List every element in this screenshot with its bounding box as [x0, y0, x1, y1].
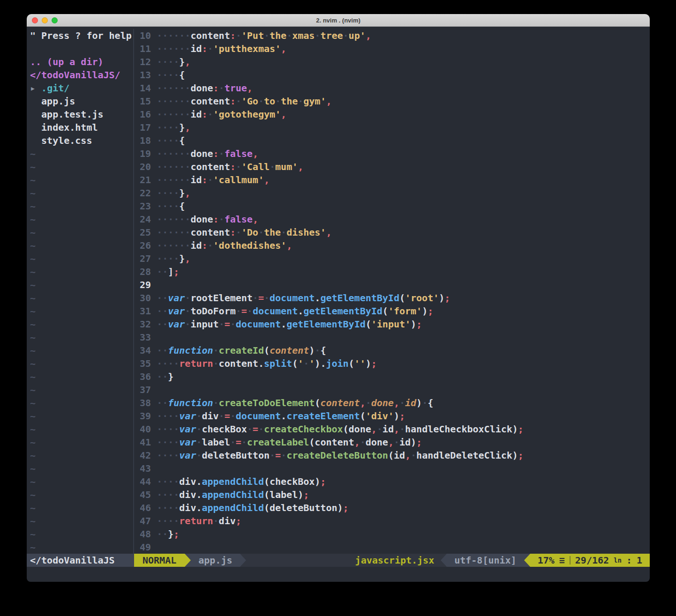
line-number: 49 [134, 541, 151, 554]
code-line-40[interactable]: 40····var·checkBox·=·createCheckbox(done… [134, 423, 650, 436]
empty-buffer-tilde: ~ [30, 396, 133, 409]
code-line-35[interactable]: 35····return·content.split('·').join('')… [134, 357, 650, 370]
code-line-12[interactable]: 12····}, [134, 55, 650, 68]
line-number: 13 [134, 68, 151, 82]
command-line[interactable] [27, 567, 650, 580]
line-number: 10 [134, 29, 151, 42]
empty-buffer-tilde: ~ [30, 449, 133, 462]
empty-buffer-tilde: ~ [30, 409, 133, 423]
statusline-position-section: 17% ≡ 29/162 ln : 1 [530, 554, 650, 567]
code-line-49[interactable]: 49 [134, 541, 650, 554]
line-number: 23 [134, 200, 151, 213]
root-dir-item[interactable]: </todoVanillaJS/ [30, 68, 133, 82]
code-line-34[interactable]: 34··function·createId(content)·{ [134, 344, 650, 357]
file-item-app-test-js[interactable]: app.test.js [30, 108, 133, 121]
code-line-11[interactable]: 11······id:·'putthexmas', [134, 42, 650, 55]
empty-buffer-tilde: ~ [30, 291, 133, 304]
code-line-25[interactable]: 25······content:·'Do·the·dishes', [134, 226, 650, 239]
column-separator: : [626, 554, 632, 567]
code-line-39[interactable]: 39····var·div·=·document.createElement('… [134, 409, 650, 423]
empty-buffer-tilde: ~ [30, 331, 133, 344]
empty-buffer-tilde: ~ [30, 186, 133, 200]
empty-buffer-tilde: ~ [30, 501, 133, 514]
code-line-21[interactable]: 21······id:·'callmum', [134, 173, 650, 186]
code-line-27[interactable]: 27····}, [134, 252, 650, 265]
nvim-terminal: " Press ? for help.. (up a dir)</todoVan… [27, 27, 650, 582]
code-line-26[interactable]: 26······id:·'dothedishes', [134, 239, 650, 252]
code-line-37[interactable]: 37 [134, 383, 650, 396]
code-line-29[interactable]: 29 [134, 278, 650, 291]
code-line-18[interactable]: 18····{ [134, 134, 650, 147]
line-number: 16 [134, 108, 151, 121]
empty-buffer-tilde: ~ [30, 173, 133, 186]
code-line-32[interactable]: 32··var·input·=·document.getElementById(… [134, 318, 650, 331]
dir-item-git[interactable]: ▸ .git/ [30, 82, 133, 95]
line-number: 30 [134, 291, 151, 304]
file-explorer-pane[interactable]: " Press ? for help.. (up a dir)</todoVan… [27, 29, 133, 554]
code-line-42[interactable]: 42····var·deleteButton·=·createDeleteBut… [134, 449, 650, 462]
line-number: 33 [134, 331, 151, 344]
buffer-lines-icon: ≡ [559, 554, 565, 567]
title-bar[interactable]: 2. nvim . (nvim) [27, 14, 650, 27]
code-line-43[interactable]: 43 [134, 462, 650, 475]
code-line-20[interactable]: 20······content:·'Call·mum', [134, 160, 650, 173]
line-number: 44 [134, 475, 151, 488]
empty-buffer-tilde: ~ [30, 436, 133, 449]
empty-buffer-tilde: ~ [30, 423, 133, 436]
code-line-15[interactable]: 15······content:·'Go·to·the·gym', [134, 95, 650, 108]
editor-pane[interactable]: 10······content:·'Put·the·xmas·tree·up',… [134, 29, 650, 554]
code-line-19[interactable]: 19······done:·false, [134, 147, 650, 160]
line-number: 28 [134, 265, 151, 278]
line-number: 38 [134, 396, 151, 409]
line-number: 47 [134, 514, 151, 527]
empty-buffer-tilde: ~ [30, 357, 133, 370]
empty-buffer-tilde: ~ [30, 239, 133, 252]
code-line-23[interactable]: 23····{ [134, 200, 650, 213]
code-line-44[interactable]: 44····div.appendChild(checkBox); [134, 475, 650, 488]
line-number: 19 [134, 147, 151, 160]
code-line-36[interactable]: 36··} [134, 370, 650, 383]
line-number: 17 [134, 121, 151, 134]
code-line-17[interactable]: 17····}, [134, 121, 650, 134]
line-number: 18 [134, 134, 151, 147]
empty-buffer-tilde: ~ [30, 344, 133, 357]
close-button[interactable] [32, 17, 38, 23]
zoom-button[interactable] [52, 17, 58, 23]
statusline: </todoVanillaJS NORMAL app.js javascript… [27, 554, 650, 567]
up-dir-item[interactable]: .. (up a dir) [30, 55, 133, 68]
statusline-spacer [246, 554, 349, 567]
code-line-28[interactable]: 28··]; [134, 265, 650, 278]
empty-buffer-tilde: ~ [30, 488, 133, 501]
traffic-lights [27, 17, 58, 23]
code-line-13[interactable]: 13····{ [134, 68, 650, 82]
empty-buffer-tilde: ~ [30, 200, 133, 213]
code-line-33[interactable]: 33 [134, 331, 650, 344]
empty-buffer-tilde: ~ [30, 147, 133, 160]
file-item-style-css[interactable]: style.css [30, 134, 133, 147]
terminal-window: 2. nvim . (nvim) " Press ? for help.. (u… [27, 14, 650, 582]
code-line-22[interactable]: 22····}, [134, 186, 650, 200]
line-number: 34 [134, 344, 151, 357]
code-line-46[interactable]: 46····div.appendChild(deleteButton); [134, 501, 650, 514]
code-line-10[interactable]: 10······content:·'Put·the·xmas·tree·up', [134, 29, 650, 42]
column-number: 1 [637, 554, 642, 567]
empty-buffer-tilde: ~ [30, 318, 133, 331]
code-line-48[interactable]: 48··}; [134, 527, 650, 541]
code-line-30[interactable]: 30··var·rootElement·=·document.getElemen… [134, 291, 650, 304]
code-line-47[interactable]: 47····return·div; [134, 514, 650, 527]
code-line-45[interactable]: 45····div.appendChild(label); [134, 488, 650, 501]
line-number: 20 [134, 160, 151, 173]
code-line-41[interactable]: 41····var·label·=·createLabel(content,·d… [134, 436, 650, 449]
file-item-app-js[interactable]: app.js [30, 95, 133, 108]
code-line-14[interactable]: 14······done:·true, [134, 82, 650, 95]
code-line-16[interactable]: 16······id:·'gotothegym', [134, 108, 650, 121]
line-number: 37 [134, 383, 151, 396]
code-line-38[interactable]: 38··function·createToDoElement(content,·… [134, 396, 650, 409]
empty-buffer-tilde: ~ [30, 213, 133, 226]
file-item-index-html[interactable]: index.html [30, 121, 133, 134]
empty-buffer-tilde: ~ [30, 278, 133, 291]
minimize-button[interactable] [42, 17, 48, 23]
code-line-24[interactable]: 24······done:·false, [134, 213, 650, 226]
powerline-arrow-icon [240, 554, 246, 567]
code-line-31[interactable]: 31··var·toDoForm·=·document.getElementBy… [134, 304, 650, 318]
